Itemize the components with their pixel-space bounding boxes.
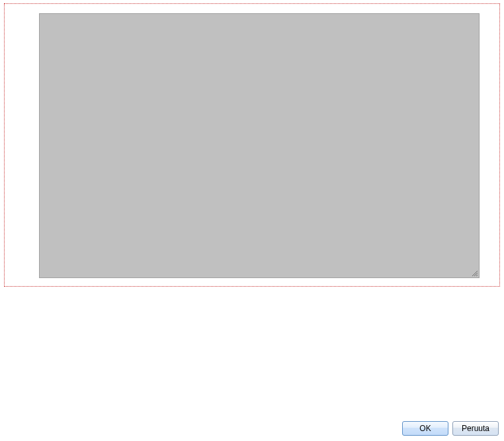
ok-button[interactable]: OK xyxy=(402,421,448,436)
textarea-container xyxy=(39,13,480,278)
form-panel xyxy=(4,3,500,287)
main-textarea[interactable] xyxy=(39,13,480,278)
cancel-button[interactable]: Peruuta xyxy=(452,421,499,436)
dialog-button-bar: OK Peruuta xyxy=(402,421,499,436)
